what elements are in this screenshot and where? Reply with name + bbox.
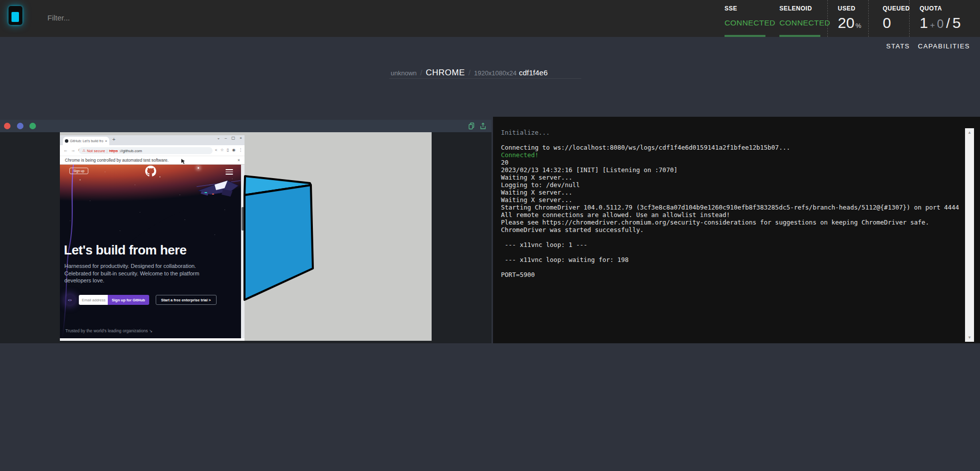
log-line: PORT=5900 bbox=[501, 271, 959, 278]
filter-input[interactable] bbox=[47, 9, 307, 26]
selenoid-status-block: SELENOID CONNECTED bbox=[779, 0, 827, 37]
bookmark-star-icon: ☆ bbox=[220, 148, 224, 152]
profile-avatar-icon: ◉ bbox=[232, 148, 236, 152]
session-separator: / bbox=[469, 68, 471, 77]
log-scrollbar[interactable]: ▲ ▼ bbox=[965, 128, 974, 342]
close-traffic-light[interactable] bbox=[4, 123, 10, 129]
session-browser-name: CHROME bbox=[426, 68, 465, 77]
forward-icon: → bbox=[71, 148, 75, 153]
used-value: 20% bbox=[838, 14, 868, 31]
vnc-screen[interactable]: GitHub: Let's build from he... × + ⌄ – ▢… bbox=[60, 132, 432, 341]
used-label: USED bbox=[838, 5, 868, 12]
url-divider: | bbox=[107, 149, 108, 153]
github-signup-button: Sign up bbox=[69, 168, 88, 174]
log-line: Starting ChromeDriver 104.0.5112.79 (3cf… bbox=[501, 204, 959, 211]
automation-infobar: Chrome is being controlled by automated … bbox=[60, 156, 245, 165]
tab-title: GitHub: Let's build from he... bbox=[70, 139, 103, 143]
browser-minimize-icon: – bbox=[225, 136, 227, 140]
session-id-link[interactable]: cdf1f4e6 bbox=[519, 68, 548, 77]
log-line: --- x11vnc loop: waiting for: 198 bbox=[501, 256, 959, 263]
log-line bbox=[501, 234, 959, 241]
log-line: Initialize... bbox=[501, 129, 959, 136]
nav-link-stats[interactable]: STATS bbox=[886, 42, 910, 50]
selenoid-logo-icon bbox=[8, 6, 22, 25]
browser-maximize-icon: ▢ bbox=[232, 136, 236, 140]
github-paragraph-line: developers love. bbox=[64, 277, 199, 284]
session-row[interactable]: unknown/CHROME/1920x1080x24 cdf1f4e6 bbox=[389, 65, 581, 79]
quota-slash: / bbox=[946, 15, 950, 31]
log-line: Waiting X server... bbox=[501, 189, 959, 196]
github-paragraph: Harnessed for productivity. Designed for… bbox=[64, 262, 199, 284]
vnc-window-header bbox=[0, 120, 491, 132]
browser-window-controls: ⌄ – ▢ × bbox=[217, 136, 242, 140]
url-host: ://github.com bbox=[119, 149, 142, 153]
scrollbar-up-arrow-icon[interactable]: ▲ bbox=[965, 130, 974, 135]
log-line: ChromeDriver was started successfully. bbox=[501, 226, 959, 234]
quota-label: QUOTA bbox=[920, 5, 980, 12]
browser-menu-icon: ⌄ bbox=[217, 136, 221, 140]
warning-icon: ⚠ bbox=[82, 149, 85, 153]
log-line: 2023/02/13 14:32:16 [INIT] [Listening on… bbox=[501, 166, 959, 174]
session-log-panel: Initialize... Connecting to ws://localho… bbox=[493, 117, 980, 343]
log-line bbox=[501, 248, 959, 256]
log-line: 20 bbox=[501, 159, 959, 166]
nav-link-capabilities[interactable]: CAPABILITIES bbox=[918, 42, 970, 50]
queued-value: 0 bbox=[883, 14, 909, 31]
copy-clipboard-icon[interactable] bbox=[468, 122, 475, 130]
fullscreen-traffic-light[interactable] bbox=[29, 123, 36, 129]
quota-value: 1+0/5 bbox=[920, 14, 980, 31]
log-line: Connected! bbox=[501, 151, 959, 159]
github-paragraph-line: Celebrated for built-in security. Welcom… bbox=[64, 270, 199, 277]
new-tab-icon: + bbox=[112, 136, 115, 142]
selenoid-label: SELENOID bbox=[779, 5, 827, 12]
github-page: Sign up bbox=[60, 165, 245, 338]
selenoid-logo-inner bbox=[11, 12, 19, 22]
browser-toolbar-icons: < ☆ ▯ ◉ ⋮ bbox=[215, 148, 243, 152]
log-line: --- x11vnc loop: 1 --- bbox=[501, 241, 959, 248]
sse-status-underline bbox=[725, 35, 765, 37]
github-scrollbar-thumb bbox=[242, 207, 244, 231]
github-trusted-line: Trusted by the world's leading organizat… bbox=[65, 328, 153, 333]
log-output: Initialize... Connecting to ws://localho… bbox=[501, 129, 959, 278]
url-scheme: https bbox=[109, 149, 118, 153]
session-browser-label: unknown bbox=[391, 69, 417, 77]
github-signup-cta-button: Sign up for GitHub bbox=[108, 295, 149, 305]
queued-label: QUEUED bbox=[883, 5, 909, 12]
used-unit: % bbox=[855, 22, 861, 29]
status-header: SSE CONNECTED SELENOID CONNECTED USED 20… bbox=[725, 0, 980, 37]
github-email-input: Email address bbox=[79, 295, 108, 305]
github-paragraph-line: Harnessed for productivity. Designed for… bbox=[64, 262, 199, 270]
log-line: Waiting X server... bbox=[501, 174, 959, 181]
log-line: All remote connections are allowed. Use … bbox=[501, 211, 959, 219]
upload-share-icon[interactable] bbox=[480, 122, 487, 130]
quota-used: 1 bbox=[920, 14, 928, 31]
github-octocat-logo-icon bbox=[145, 166, 156, 177]
used-block: USED 20% bbox=[827, 0, 868, 37]
log-line bbox=[501, 263, 959, 271]
top-bar: SSE CONNECTED SELENOID CONNECTED USED 20… bbox=[0, 0, 980, 37]
scrollbar-down-arrow-icon[interactable]: ▼ bbox=[965, 335, 974, 340]
log-line: Waiting X server... bbox=[501, 196, 959, 204]
github-page-scrollbar bbox=[241, 165, 245, 338]
url-bar: ⚠ Not secure | https ://github.com bbox=[79, 147, 213, 154]
sse-status-block: SSE CONNECTED bbox=[725, 0, 779, 37]
browser-close-icon: × bbox=[240, 136, 242, 140]
infobar-close-icon: × bbox=[238, 158, 240, 163]
selenoid-ui-app: SSE CONNECTED SELENOID CONNECTED USED 20… bbox=[0, 0, 980, 471]
infobar-text: Chrome is being controlled by automated … bbox=[65, 158, 169, 163]
github-email-row: <> Email address Sign up for GitHub Star… bbox=[65, 294, 217, 305]
side-panel-icon: ▯ bbox=[227, 148, 229, 152]
github-enterprise-cta-button: Start a free enterprise trial > bbox=[156, 295, 217, 305]
bright-star bbox=[198, 167, 199, 169]
vnc-body: GitHub: Let's build from he... × + ⌄ – ▢… bbox=[0, 132, 491, 343]
log-line: Connecting to ws://localhost:8080/ws/log… bbox=[501, 144, 959, 151]
log-line bbox=[501, 136, 959, 144]
code-badge-icon: <> bbox=[65, 295, 75, 305]
quota-block: QUOTA 1+0/5 bbox=[909, 0, 980, 37]
minimize-traffic-light[interactable] bbox=[17, 123, 23, 129]
tab-close-icon: × bbox=[105, 139, 107, 143]
quota-pending: 0 bbox=[937, 17, 944, 30]
github-heading: Let's build from here bbox=[64, 242, 187, 258]
log-line: Logging to: /dev/null bbox=[501, 181, 959, 189]
remote-browser-window: GitHub: Let's build from he... × + ⌄ – ▢… bbox=[60, 135, 245, 341]
